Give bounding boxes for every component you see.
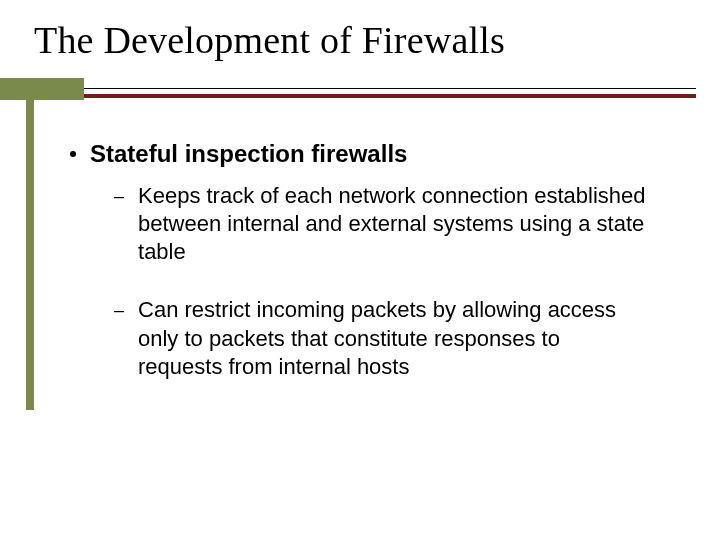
slide-title: The Development of Firewalls: [34, 18, 505, 62]
bullet-dash-icon: –: [114, 185, 124, 208]
accent-lines: [84, 88, 696, 100]
bullet-dash-icon: –: [114, 299, 124, 322]
side-accent-bar: [26, 100, 34, 410]
accent-block: [0, 78, 84, 100]
bullet-level2: – Keeps track of each network connection…: [114, 182, 680, 266]
content-area: Stateful inspection firewalls – Keeps tr…: [70, 140, 680, 411]
bullet-level2: – Can restrict incoming packets by allow…: [114, 296, 680, 380]
bullet-level1-text: Stateful inspection firewalls: [90, 140, 407, 168]
bullet-level2-text: Can restrict incoming packets by allowin…: [138, 296, 648, 380]
slide: The Development of Firewalls Stateful in…: [0, 0, 720, 540]
accent-line-thin: [84, 88, 696, 89]
bullet-dot-icon: [70, 151, 76, 157]
accent-line-thick: [84, 94, 696, 98]
bullet-level2-text: Keeps track of each network connection e…: [138, 182, 648, 266]
bullet-level1: Stateful inspection firewalls: [70, 140, 680, 168]
